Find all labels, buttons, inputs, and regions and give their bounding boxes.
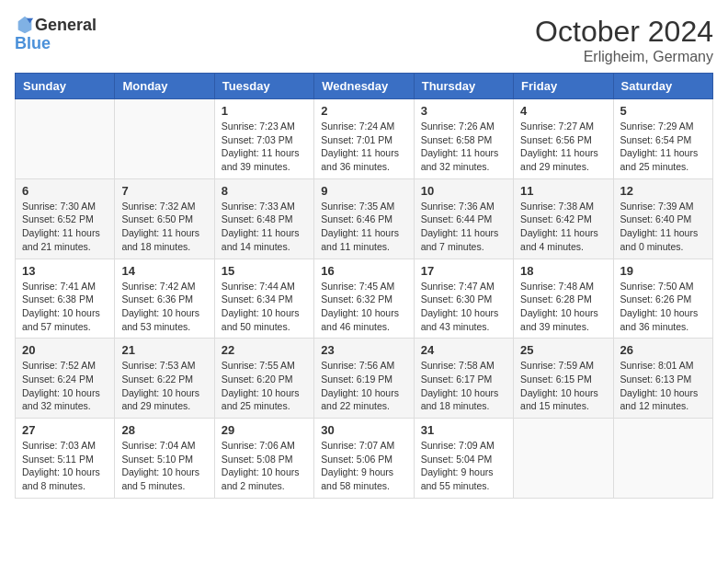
calendar-cell	[115, 99, 214, 179]
calendar-cell: 17Sunrise: 7:47 AM Sunset: 6:30 PM Dayli…	[414, 259, 513, 339]
day-number: 7	[121, 184, 207, 198]
logo-general-text: General	[35, 17, 97, 33]
day-info: Sunrise: 7:47 AM Sunset: 6:30 PM Dayligh…	[421, 280, 506, 334]
calendar-cell: 14Sunrise: 7:42 AM Sunset: 6:36 PM Dayli…	[115, 259, 214, 339]
day-info: Sunrise: 7:55 AM Sunset: 6:20 PM Dayligh…	[222, 359, 307, 413]
day-info: Sunrise: 7:50 AM Sunset: 6:26 PM Dayligh…	[620, 280, 706, 334]
calendar-cell: 19Sunrise: 7:50 AM Sunset: 6:26 PM Dayli…	[613, 259, 712, 339]
calendar-cell: 23Sunrise: 7:56 AM Sunset: 6:19 PM Dayli…	[314, 339, 414, 419]
calendar-cell: 26Sunrise: 8:01 AM Sunset: 6:13 PM Dayli…	[613, 339, 712, 419]
day-info: Sunrise: 7:23 AM Sunset: 7:03 PM Dayligh…	[222, 120, 307, 174]
weekday-header-saturday: Saturday	[613, 74, 712, 99]
logo-blue-text: Blue	[15, 35, 51, 52]
day-number: 28	[121, 423, 207, 437]
calendar-cell: 31Sunrise: 7:09 AM Sunset: 5:04 PM Dayli…	[414, 419, 513, 499]
day-number: 21	[121, 343, 207, 357]
day-info: Sunrise: 7:52 AM Sunset: 6:24 PM Dayligh…	[22, 359, 108, 413]
day-info: Sunrise: 7:36 AM Sunset: 6:44 PM Dayligh…	[421, 200, 506, 254]
day-info: Sunrise: 7:07 AM Sunset: 5:06 PM Dayligh…	[321, 439, 406, 493]
calendar-cell: 29Sunrise: 7:06 AM Sunset: 5:08 PM Dayli…	[214, 419, 313, 499]
calendar-cell: 7Sunrise: 7:32 AM Sunset: 6:50 PM Daylig…	[115, 178, 214, 259]
calendar-week-5: 27Sunrise: 7:03 AM Sunset: 5:11 PM Dayli…	[16, 419, 713, 499]
day-number: 31	[421, 423, 506, 437]
day-number: 4	[520, 104, 606, 118]
day-info: Sunrise: 7:32 AM Sunset: 6:50 PM Dayligh…	[121, 200, 207, 254]
day-info: Sunrise: 7:56 AM Sunset: 6:19 PM Dayligh…	[321, 359, 406, 413]
title-area: October 2024 Erligheim, Germany	[535, 15, 713, 65]
calendar-week-2: 6Sunrise: 7:30 AM Sunset: 6:52 PM Daylig…	[16, 178, 713, 259]
day-number: 18	[520, 264, 606, 278]
day-number: 11	[520, 184, 606, 198]
calendar-cell: 18Sunrise: 7:48 AM Sunset: 6:28 PM Dayli…	[514, 259, 613, 339]
day-info: Sunrise: 7:04 AM Sunset: 5:10 PM Dayligh…	[121, 439, 207, 493]
calendar-cell: 28Sunrise: 7:04 AM Sunset: 5:10 PM Dayli…	[115, 419, 214, 499]
day-number: 17	[421, 264, 506, 278]
day-info: Sunrise: 7:26 AM Sunset: 6:58 PM Dayligh…	[421, 120, 506, 174]
day-number: 29	[222, 423, 307, 437]
weekday-header-wednesday: Wednesday	[314, 74, 414, 99]
calendar-cell	[613, 419, 712, 499]
calendar-cell: 16Sunrise: 7:45 AM Sunset: 6:32 PM Dayli…	[314, 259, 414, 339]
calendar-cell: 30Sunrise: 7:07 AM Sunset: 5:06 PM Dayli…	[314, 419, 414, 499]
day-info: Sunrise: 7:35 AM Sunset: 6:46 PM Dayligh…	[321, 200, 406, 254]
day-number: 13	[22, 264, 108, 278]
location-title: Erligheim, Germany	[535, 49, 713, 65]
day-info: Sunrise: 7:42 AM Sunset: 6:36 PM Dayligh…	[121, 280, 207, 334]
calendar-cell: 6Sunrise: 7:30 AM Sunset: 6:52 PM Daylig…	[16, 178, 115, 259]
day-number: 27	[22, 423, 108, 437]
weekday-header-tuesday: Tuesday	[214, 74, 313, 99]
day-info: Sunrise: 7:03 AM Sunset: 5:11 PM Dayligh…	[22, 439, 108, 493]
day-info: Sunrise: 7:30 AM Sunset: 6:52 PM Dayligh…	[22, 200, 108, 254]
day-info: Sunrise: 7:38 AM Sunset: 6:42 PM Dayligh…	[520, 200, 606, 254]
day-number: 24	[421, 343, 506, 357]
calendar-cell: 8Sunrise: 7:33 AM Sunset: 6:48 PM Daylig…	[214, 178, 313, 259]
day-info: Sunrise: 7:45 AM Sunset: 6:32 PM Dayligh…	[321, 280, 406, 334]
calendar-cell: 11Sunrise: 7:38 AM Sunset: 6:42 PM Dayli…	[514, 178, 613, 259]
calendar-cell: 5Sunrise: 7:29 AM Sunset: 6:54 PM Daylig…	[613, 99, 712, 179]
day-number: 22	[222, 343, 307, 357]
calendar-cell: 25Sunrise: 7:59 AM Sunset: 6:15 PM Dayli…	[514, 339, 613, 419]
day-number: 1	[222, 104, 307, 118]
calendar-table: SundayMondayTuesdayWednesdayThursdayFrid…	[15, 73, 713, 499]
weekday-header-row: SundayMondayTuesdayWednesdayThursdayFrid…	[16, 74, 713, 99]
day-info: Sunrise: 8:01 AM Sunset: 6:13 PM Dayligh…	[620, 359, 706, 413]
weekday-header-sunday: Sunday	[16, 74, 115, 99]
calendar-cell: 21Sunrise: 7:53 AM Sunset: 6:22 PM Dayli…	[115, 339, 214, 419]
day-number: 26	[620, 343, 706, 357]
calendar-cell: 4Sunrise: 7:27 AM Sunset: 6:56 PM Daylig…	[514, 99, 613, 179]
calendar-cell: 3Sunrise: 7:26 AM Sunset: 6:58 PM Daylig…	[414, 99, 513, 179]
day-info: Sunrise: 7:29 AM Sunset: 6:54 PM Dayligh…	[620, 120, 706, 174]
day-number: 12	[620, 184, 706, 198]
calendar-cell: 13Sunrise: 7:41 AM Sunset: 6:38 PM Dayli…	[16, 259, 115, 339]
calendar-week-4: 20Sunrise: 7:52 AM Sunset: 6:24 PM Dayli…	[16, 339, 713, 419]
day-number: 20	[22, 343, 108, 357]
day-number: 10	[421, 184, 506, 198]
day-info: Sunrise: 7:09 AM Sunset: 5:04 PM Dayligh…	[421, 439, 506, 493]
calendar-week-3: 13Sunrise: 7:41 AM Sunset: 6:38 PM Dayli…	[16, 259, 713, 339]
day-info: Sunrise: 7:48 AM Sunset: 6:28 PM Dayligh…	[520, 280, 606, 334]
calendar-week-1: 1Sunrise: 7:23 AM Sunset: 7:03 PM Daylig…	[16, 99, 713, 179]
weekday-header-thursday: Thursday	[414, 74, 513, 99]
calendar-cell: 22Sunrise: 7:55 AM Sunset: 6:20 PM Dayli…	[214, 339, 313, 419]
day-info: Sunrise: 7:44 AM Sunset: 6:34 PM Dayligh…	[222, 280, 307, 334]
calendar-cell: 9Sunrise: 7:35 AM Sunset: 6:46 PM Daylig…	[314, 178, 414, 259]
calendar-cell	[514, 419, 613, 499]
day-number: 16	[321, 264, 406, 278]
day-number: 8	[222, 184, 307, 198]
calendar-cell: 20Sunrise: 7:52 AM Sunset: 6:24 PM Dayli…	[16, 339, 115, 419]
calendar-cell: 24Sunrise: 7:58 AM Sunset: 6:17 PM Dayli…	[414, 339, 513, 419]
calendar-cell: 12Sunrise: 7:39 AM Sunset: 6:40 PM Dayli…	[613, 178, 712, 259]
day-info: Sunrise: 7:33 AM Sunset: 6:48 PM Dayligh…	[222, 200, 307, 254]
logo: General Blue	[15, 15, 97, 52]
month-title: October 2024	[535, 15, 713, 49]
calendar-body: 1Sunrise: 7:23 AM Sunset: 7:03 PM Daylig…	[16, 99, 713, 499]
calendar-cell: 15Sunrise: 7:44 AM Sunset: 6:34 PM Dayli…	[214, 259, 313, 339]
day-info: Sunrise: 7:06 AM Sunset: 5:08 PM Dayligh…	[222, 439, 307, 493]
day-info: Sunrise: 7:24 AM Sunset: 7:01 PM Dayligh…	[321, 120, 406, 174]
logo-icon	[15, 15, 35, 35]
weekday-header-friday: Friday	[514, 74, 613, 99]
day-number: 25	[520, 343, 606, 357]
calendar-cell: 10Sunrise: 7:36 AM Sunset: 6:44 PM Dayli…	[414, 178, 513, 259]
day-number: 30	[321, 423, 406, 437]
day-info: Sunrise: 7:41 AM Sunset: 6:38 PM Dayligh…	[22, 280, 108, 334]
